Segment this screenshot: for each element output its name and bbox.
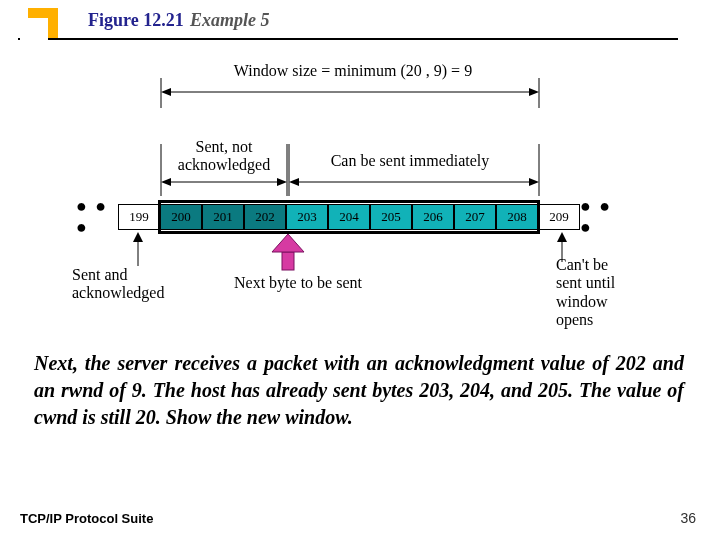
page-number: 36: [680, 510, 696, 526]
footer-title: TCP/IP Protocol Suite: [20, 511, 153, 526]
can-be-sent-label: Can be sent immediately: [310, 152, 510, 170]
svg-marker-9: [277, 178, 287, 186]
svg-marker-18: [272, 234, 304, 252]
sent-and-ack-label: Sent and acknowledged: [72, 266, 202, 303]
svg-marker-4: [529, 88, 539, 96]
svg-marker-13: [289, 178, 299, 186]
cant-be-sent-label: Can't be sent until window opens: [556, 256, 656, 330]
svg-marker-3: [161, 88, 171, 96]
header-bullet-inner: [20, 18, 48, 46]
svg-marker-14: [529, 178, 539, 186]
svg-marker-8: [161, 178, 171, 186]
window-size-label: Window size = minimum (20 , 9) = 9: [208, 62, 498, 80]
svg-marker-20: [133, 232, 143, 242]
sent-not-ack-label: Sent, not acknowledged: [168, 138, 280, 175]
figure-subtitle: Example 5: [190, 10, 270, 31]
explanation-paragraph: Next, the server receives a packet with …: [34, 350, 684, 431]
sliding-window-diagram: ● ● ● 199 200 201 202 203 204 205 206 20…: [58, 56, 658, 326]
header-rule: [18, 38, 678, 40]
figure-number: Figure 12.21: [88, 10, 184, 31]
next-byte-arrow-icon: [272, 234, 304, 270]
svg-marker-22: [557, 232, 567, 242]
next-byte-label: Next byte to be sent: [218, 274, 378, 292]
svg-rect-17: [282, 252, 294, 270]
